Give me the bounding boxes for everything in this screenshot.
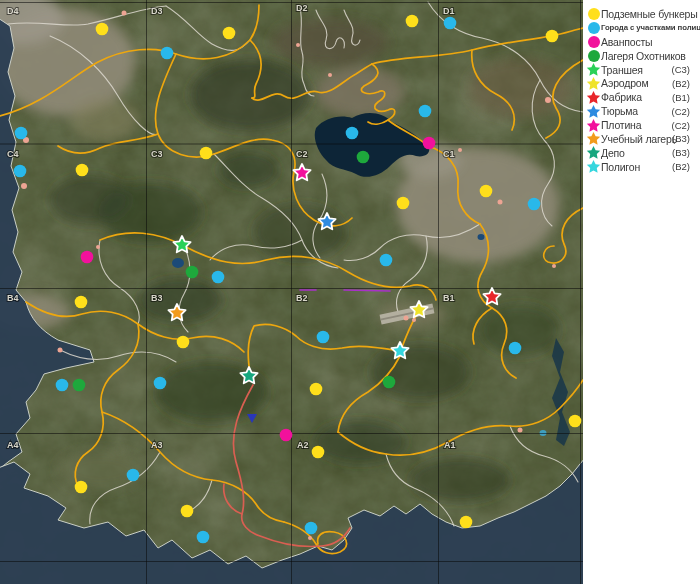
- map-marker-hunter[interactable]: [357, 151, 370, 164]
- grid-label-B1: B1: [443, 293, 455, 303]
- map-marker-city[interactable]: [212, 271, 225, 284]
- legend-item-city: Города с участками полиции: [586, 21, 696, 35]
- map-marker-city[interactable]: [127, 469, 140, 482]
- legend-grid-code: (C2): [672, 120, 690, 131]
- prison-star-icon: [586, 104, 601, 119]
- grid-label-D3: D3: [151, 6, 163, 16]
- legend-label: Траншея: [601, 64, 643, 76]
- legend-label: Полигон: [601, 161, 640, 173]
- grid-label-C1: C1: [443, 149, 455, 159]
- map-marker-outpost[interactable]: [81, 251, 94, 264]
- grid-label-B3: B3: [151, 293, 163, 303]
- map-marker-bunker[interactable]: [312, 446, 325, 459]
- map-marker-city[interactable]: [419, 105, 432, 118]
- training-star-icon: [586, 131, 601, 146]
- legend-label: Депо: [601, 147, 625, 159]
- map-marker-hunter[interactable]: [186, 266, 199, 279]
- legend-label: Аэродром: [601, 77, 648, 89]
- map-marker-bunker[interactable]: [75, 296, 88, 309]
- legend-item-depot: Депо(B3): [586, 146, 696, 160]
- map-marker-bunker[interactable]: [177, 336, 190, 349]
- map-marker-outpost[interactable]: [280, 429, 293, 442]
- map-marker-bunker[interactable]: [200, 147, 213, 160]
- trench-star-icon: [586, 62, 601, 77]
- map-marker-city[interactable]: [161, 47, 174, 60]
- map-marker-city[interactable]: [305, 522, 318, 535]
- legend-grid-code: (C3): [672, 64, 690, 75]
- grid-label-D2: D2: [296, 3, 308, 13]
- map-marker-bunker[interactable]: [76, 164, 89, 177]
- legend-grid-code: (B2): [672, 161, 690, 172]
- grid-label-C4: C4: [7, 149, 19, 159]
- map-marker-bunker[interactable]: [75, 481, 88, 494]
- map-marker-city[interactable]: [380, 254, 393, 267]
- legend-label: Подземные бункеры: [601, 8, 698, 20]
- grid-label-D1: D1: [443, 6, 455, 16]
- legend-panel: Подземные бункерыГорода с участками поли…: [583, 0, 700, 584]
- legend-item-polygon: Полигон(B2): [586, 160, 696, 174]
- legend-label: Плотина: [601, 119, 641, 131]
- depot-star-icon: [586, 145, 601, 160]
- airfield-star-icon: [586, 76, 601, 91]
- map-marker-city[interactable]: [317, 331, 330, 344]
- grid-label-B4: B4: [7, 293, 19, 303]
- legend-label: Фабрика: [601, 91, 642, 103]
- legend-item-bunker: Подземные бункеры: [586, 7, 696, 21]
- game-map[interactable]: D4D3D2D1C4C3C2C1B4B3B2B1A4A3A2A1: [0, 0, 583, 584]
- map-marker-city[interactable]: [444, 17, 457, 30]
- map-marker-bunker[interactable]: [223, 27, 236, 40]
- map-marker-city[interactable]: [509, 342, 522, 355]
- map-marker-city[interactable]: [346, 127, 359, 140]
- map-marker-hunter[interactable]: [383, 376, 396, 389]
- legend-item-training: Учебный лагерь(B3): [586, 132, 696, 146]
- grid-label-A4: A4: [7, 440, 19, 450]
- map-marker-bunker[interactable]: [480, 185, 493, 198]
- hunter-circle-icon: [586, 50, 601, 62]
- grid-label-C2: C2: [296, 149, 308, 159]
- map-marker-city[interactable]: [154, 377, 167, 390]
- legend-label: Города с участками полиции: [601, 23, 700, 32]
- grid-label-A1: A1: [444, 440, 456, 450]
- map-marker-hunter[interactable]: [73, 379, 86, 392]
- polygon-star-icon: [586, 159, 601, 174]
- legend-grid-code: (C2): [672, 106, 690, 117]
- legend-item-dam: Плотина(C2): [586, 118, 696, 132]
- grid-label-C3: C3: [151, 149, 163, 159]
- legend-grid-code: (B3): [672, 147, 690, 158]
- city-circle-icon: [586, 22, 601, 34]
- map-marker-bunker[interactable]: [460, 516, 473, 529]
- legend-item-airfield: Аэродром(B2): [586, 76, 696, 90]
- map-marker-city[interactable]: [197, 531, 210, 544]
- grid-label-A3: A3: [151, 440, 163, 450]
- map-marker-bunker[interactable]: [181, 505, 194, 518]
- map-marker-city[interactable]: [15, 127, 28, 140]
- map-marker-bunker[interactable]: [96, 23, 109, 36]
- legend-item-hunter: Лагеря Охотников: [586, 49, 696, 63]
- map-marker-bunker[interactable]: [310, 383, 323, 396]
- legend-item-outpost: Аванпосты: [586, 35, 696, 49]
- outpost-circle-icon: [586, 36, 601, 48]
- map-marker-bunker[interactable]: [546, 30, 559, 43]
- legend-grid-code: (B3): [672, 133, 690, 144]
- legend-item-factory: Фабрика(B1): [586, 90, 696, 104]
- legend-label: Тюрьма: [601, 105, 638, 117]
- factory-star-icon: [586, 90, 601, 105]
- bunker-circle-icon: [586, 8, 601, 20]
- legend-label: Лагеря Охотников: [601, 50, 686, 62]
- legend-grid-code: (B2): [672, 78, 690, 89]
- legend-label: Учебный лагерь: [601, 133, 677, 145]
- map-marker-city[interactable]: [14, 165, 27, 178]
- legend-label: Аванпосты: [601, 36, 652, 48]
- grid-label-B2: B2: [296, 293, 308, 303]
- map-marker-city[interactable]: [528, 198, 541, 211]
- legend-item-prison: Тюрьма(C2): [586, 104, 696, 118]
- grid-label-D4: D4: [7, 6, 19, 16]
- map-marker-bunker[interactable]: [397, 197, 410, 210]
- map-marker-outpost[interactable]: [423, 137, 436, 150]
- map-marker-city[interactable]: [56, 379, 69, 392]
- map-marker-bunker[interactable]: [569, 415, 582, 428]
- legend-grid-code: (B1): [672, 92, 690, 103]
- map-marker-bunker[interactable]: [406, 15, 419, 28]
- dam-star-icon: [586, 118, 601, 133]
- grid-label-A2: A2: [297, 440, 309, 450]
